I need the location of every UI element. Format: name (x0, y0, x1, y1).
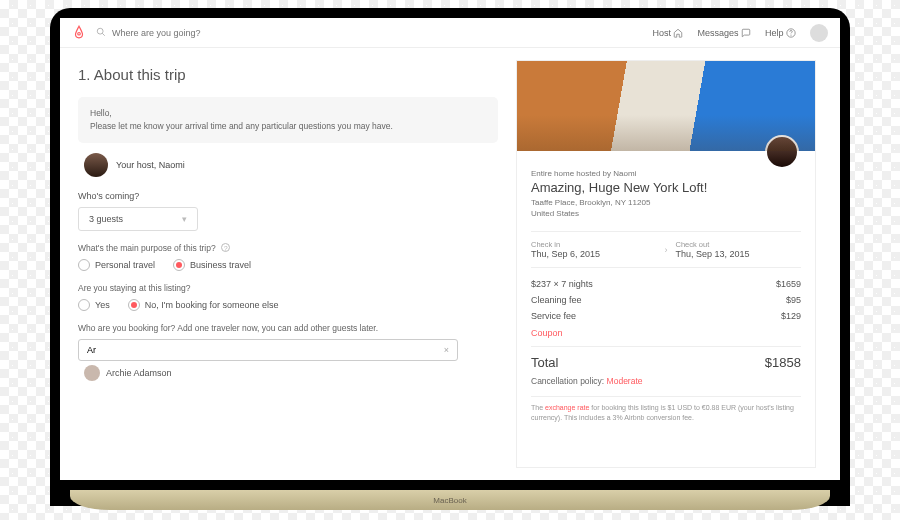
fee-row-rate: $237 × 7 nights $1659 (531, 276, 801, 292)
step-heading: 1. About this trip (78, 66, 498, 83)
laptop-base: MacBook (70, 490, 830, 510)
message-icon (741, 28, 751, 38)
host-message-body: Please let me know your arrival time and… (90, 120, 486, 133)
radio-business[interactable]: Business travel (173, 259, 251, 271)
staying-label: Are you staying at this listing? (78, 283, 498, 293)
summary-card: Entire home hosted by Naomi Amazing, Hug… (516, 60, 816, 468)
macbook-label: MacBook (433, 496, 466, 505)
help-tooltip-icon[interactable]: ? (221, 243, 230, 252)
radio-no[interactable]: No, I'm booking for someone else (128, 299, 279, 311)
listing-photo (517, 61, 815, 151)
radio-personal[interactable]: Personal travel (78, 259, 155, 271)
radio-business-label: Business travel (190, 260, 251, 270)
screen: Host Messages Help 1. About this trip (60, 18, 840, 480)
svg-point-1 (97, 28, 103, 34)
airbnb-logo-icon[interactable] (72, 25, 86, 41)
coupon-link[interactable]: Coupon (531, 324, 801, 342)
listing-title: Amazing, Huge New York Loft! (531, 180, 801, 195)
listing-host-avatar (765, 135, 799, 169)
policy-value[interactable]: Moderate (607, 376, 643, 386)
listing-address-2: United States (531, 208, 801, 219)
chevron-down-icon: ▾ (182, 214, 187, 224)
arrow-right-icon: › (657, 245, 676, 255)
radio-icon (78, 299, 90, 311)
fine-a: The (531, 404, 545, 411)
search-input[interactable] (112, 28, 312, 38)
radio-no-label: No, I'm booking for someone else (145, 300, 279, 310)
radio-icon-selected (173, 259, 185, 271)
guests-select[interactable]: 3 guests ▾ (78, 207, 198, 231)
listing-address-1: Taaffe Place, Brooklyn, NY 11205 (531, 197, 801, 208)
search-icon (96, 27, 106, 39)
radio-yes-label: Yes (95, 300, 110, 310)
policy-label: Cancellation policy: (531, 376, 607, 386)
fee-row-service: Service fee $129 (531, 308, 801, 324)
nav-messages-label: Messages (697, 28, 738, 38)
checkin-label: Check in (531, 240, 657, 249)
rate-label: $237 × 7 nights (531, 279, 593, 289)
checkout-col: Check out Thu, Sep 13, 2015 (676, 240, 802, 259)
fee-table: $237 × 7 nights $1659 Cleaning fee $95 S… (531, 268, 801, 346)
traveler-suggestion[interactable]: Archie Adamson (78, 365, 498, 381)
home-icon (673, 28, 683, 38)
host-message-greeting: Hello, (90, 107, 486, 120)
svg-point-0 (78, 32, 81, 35)
traveler-label: Who are you booking for? Add one travele… (78, 323, 498, 333)
fine-print: The exchange rate for booking this listi… (531, 396, 801, 423)
radio-yes[interactable]: Yes (78, 299, 110, 311)
radio-icon (78, 259, 90, 271)
cleaning-amount: $95 (786, 295, 801, 305)
whos-coming-label: Who's coming? (78, 191, 498, 201)
booking-form: 1. About this trip Hello, Please let me … (78, 60, 498, 468)
traveler-input[interactable] (87, 345, 444, 355)
total-label: Total (531, 355, 558, 370)
search-field[interactable] (96, 27, 642, 39)
suggestion-avatar (84, 365, 100, 381)
suggestion-name: Archie Adamson (106, 368, 172, 378)
host-message: Hello, Please let me know your arrival t… (78, 97, 498, 143)
checkout-value: Thu, Sep 13, 2015 (676, 249, 802, 259)
cancellation-policy: Cancellation policy: Moderate (531, 372, 801, 390)
top-nav: Host Messages Help (60, 18, 840, 48)
total-amount: $1858 (765, 355, 801, 370)
checkin-value: Thu, Sep 6, 2015 (531, 249, 657, 259)
clear-icon[interactable]: × (444, 345, 449, 355)
purpose-label-text: What's the main purpose of this trip? (78, 243, 216, 253)
guests-value: 3 guests (89, 214, 123, 224)
host-avatar (84, 153, 108, 177)
service-amount: $129 (781, 311, 801, 321)
nav-messages[interactable]: Messages (697, 28, 751, 38)
host-row: Your host, Naomi (84, 153, 498, 177)
staying-radios: Yes No, I'm booking for someone else (78, 299, 498, 311)
nav-host-label: Host (652, 28, 671, 38)
rate-amount: $1659 (776, 279, 801, 289)
purpose-label: What's the main purpose of this trip? ? (78, 243, 498, 253)
date-row: Check in Thu, Sep 6, 2015 › Check out Th… (531, 231, 801, 268)
nav-links: Host Messages Help (652, 24, 828, 42)
checkin-col: Check in Thu, Sep 6, 2015 (531, 240, 657, 259)
nav-help[interactable]: Help (765, 28, 796, 38)
hosted-by: Entire home hosted by Naomi (531, 169, 801, 178)
service-label: Service fee (531, 311, 576, 321)
nav-help-label: Help (765, 28, 784, 38)
radio-icon-selected (128, 299, 140, 311)
purpose-radios: Personal travel Business travel (78, 259, 498, 271)
radio-personal-label: Personal travel (95, 260, 155, 270)
nav-host[interactable]: Host (652, 28, 683, 38)
total-row: Total $1858 (531, 346, 801, 372)
host-caption: Your host, Naomi (116, 160, 185, 170)
checkout-label: Check out (676, 240, 802, 249)
exchange-rate-link[interactable]: exchange rate (545, 404, 589, 411)
traveler-input-wrap[interactable]: × (78, 339, 458, 361)
help-icon (786, 28, 796, 38)
fee-row-cleaning: Cleaning fee $95 (531, 292, 801, 308)
main-content: 1. About this trip Hello, Please let me … (60, 48, 840, 480)
laptop-frame: Host Messages Help 1. About this trip (50, 8, 850, 506)
user-avatar[interactable] (810, 24, 828, 42)
cleaning-label: Cleaning fee (531, 295, 582, 305)
